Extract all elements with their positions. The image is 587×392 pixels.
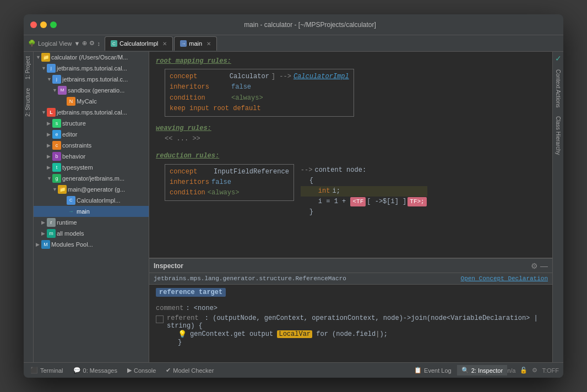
c-icon: c [52,141,61,150]
traffic-lights [30,21,57,28]
reduction-heading-line: reduction rules: [156,151,546,161]
close-button[interactable] [30,21,37,28]
calc-icon: j [47,64,56,73]
tab-icon-calculator-impl: C [111,40,117,47]
tree-item-editor[interactable]: ▶ e editor [34,129,149,140]
tree-item-main[interactable]: → main [34,206,149,217]
localvar-text: LocalVar [277,330,312,338]
tree-label: structure [62,120,86,127]
toolbar-action2[interactable]: ⚙ [89,40,95,47]
minimize-button[interactable] [40,21,47,28]
tab-close-calculator-impl[interactable]: ✕ [162,41,167,47]
calc-impl-icon: C [67,196,75,205]
reduction-condition-line: condition <always> [170,188,289,198]
inspector-icon: 🔍 [461,367,469,374]
code-editor[interactable]: root mapping rules: concept Calculator ]… [149,52,552,258]
class-hierarchy-label[interactable]: Class Hierarchy [554,112,562,160]
reduction-heading: reduction rules: [156,151,219,161]
root-mapping-heading-line: root mapping rules: [156,56,546,67]
terminal-icon: ⬛ [30,367,38,374]
inspector-header: Inspector ⚙ — [149,259,552,273]
concept-kw: concept [170,72,197,82]
inheritors-kw2: inheritors [170,177,209,188]
tree-label: behavior [62,153,85,160]
inspector-settings-btn[interactable]: ⚙ [531,262,538,270]
reduction-right: --> content node: { int i; i = [301,164,427,218]
folder-icon: 📁 [41,53,50,62]
sidebar-label-structure[interactable]: 2: Structure [24,84,33,121]
inspector-actions: ⚙ — [531,262,548,270]
dropdown-icon[interactable]: ▼ [74,40,80,47]
tree-item-modules-pool[interactable]: ▶ M Modules Pool... [34,239,149,250]
maximize-button[interactable] [50,21,57,28]
calculator-impl-link[interactable]: CalculatorImpl [294,72,349,82]
tab-icon-main: → [180,40,187,47]
arrow-icon: → [67,207,75,216]
tree-label: main@generator (g... [68,186,125,193]
title-bar: main - calculator - [~/MPSProjects/calcu… [24,14,563,35]
tree-item-calc-impl[interactable]: C CalculatorImpl... [34,195,149,206]
content-kw: content node: [314,165,366,176]
e-icon: e [52,130,61,139]
tree-item-structure[interactable]: ▶ s structure [34,118,149,129]
tab-console[interactable]: ▶ Console [123,365,160,375]
tree-item-constraints[interactable]: ▶ c constraints [34,140,149,151]
referent-checkbox[interactable] [156,315,164,323]
tree-item-mycalc[interactable]: N MyCalc [34,96,149,107]
tree-item-generator[interactable]: ▼ g generator/jetbrains.m... [34,173,149,184]
logical-view-label[interactable]: Logical View [38,40,72,47]
toolbar-action1[interactable]: ⊕ [82,40,87,47]
settings-icon[interactable]: ⚙ [532,367,537,374]
tab-close-main[interactable]: ✕ [206,41,211,47]
main-area: 1: Project 2: Structure ▼ 📁 calculator (… [24,52,563,362]
toolbar-left[interactable]: 🌳 Logical View ▼ ⊕ ⚙ ↕ [28,40,100,47]
condition-val: <always> [208,93,263,104]
right-panels: ✓ Context Actions Class Hierarchy [552,52,563,362]
lock-icon: 🔓 [520,367,528,374]
tab-calculator-impl[interactable]: C CalculatorImpl ✕ [105,36,173,51]
tree-item-runtime[interactable]: ▶ r runtime [34,217,149,228]
inspector-collapse-btn[interactable]: — [540,262,548,270]
ref-target-wrapper: reference target [156,288,546,300]
tab-bar: 🌳 Logical View ▼ ⊕ ⚙ ↕ C CalculatorImpl … [24,35,563,52]
check-icon: ✓ [553,52,564,65]
event-log-icon: 📋 [414,367,422,374]
inspector-title: Inspector [154,262,183,270]
tab-model-checker[interactable]: ✔ Model Checker [161,365,218,375]
position-status: n/a [507,367,515,374]
tree-label: typesystem [62,164,93,171]
tree-item-jb2[interactable]: ▼ j jetbrains.mps.tutorial.c... [34,74,149,85]
tree-label: MyCalc [77,98,97,105]
tree-item-sandbox[interactable]: ▼ M sandbox (generatio... [34,85,149,96]
tree-item-main-generator[interactable]: ▼ 📁 main@generator (g... [34,184,149,195]
tree-item-all-models[interactable]: ▶ m all models [34,228,149,239]
tab-label-calculator-impl: CalculatorImpl [119,40,158,47]
l-icon: L [47,108,56,117]
tree-label: jetbrains.mps.tutorial.cal... [57,109,127,116]
concept-value: Calculator [230,72,269,82]
tree-item-behavior[interactable]: ▶ b behavior [34,151,149,162]
tab-messages[interactable]: 💬 0: Messages [69,365,122,375]
tab-terminal[interactable]: ⬛ Terminal [26,365,68,375]
tree-label: CalculatorImpl... [77,197,120,204]
gencontext-text: genContext.get output [190,330,277,338]
tree-label: main [77,208,90,215]
tree-item-typesystem[interactable]: ▶ t typesystem [34,162,149,173]
comment-label: comment [156,304,183,312]
toolbar-action3[interactable]: ↕ [97,40,100,47]
referent-label-line: referent : (outputNode, genContext, oper… [167,314,546,330]
tree-label: runtime [57,219,77,226]
sidebar-label-project[interactable]: 1: Project [24,52,33,84]
tab-event-log[interactable]: 📋 Event Log [410,365,456,375]
context-actions-label[interactable]: Context Actions [554,65,562,112]
cursor: | [376,330,379,338]
tree-item-calculator[interactable]: ▼ 📁 calculator (/Users/Oscar/M... [34,52,149,63]
tab-main[interactable]: → main ✕ [174,36,217,51]
tree-item-jb1[interactable]: ▼ j jetbrains.mps.tutorial.cal... [34,63,149,74]
tab-inspector[interactable]: 🔍 2: Inspector [457,365,507,375]
tf-box-1: <TF [350,197,366,207]
open-concept-link[interactable]: Open Concept Declaration [461,275,548,282]
tree-label: editor [62,131,78,138]
tree-item-jb3[interactable]: ▼ L jetbrains.mps.tutorial.cal... [34,107,149,118]
bottom-tabs: ⬛ Terminal 💬 0: Messages ▶ Console ✔ Mod… [24,365,507,375]
